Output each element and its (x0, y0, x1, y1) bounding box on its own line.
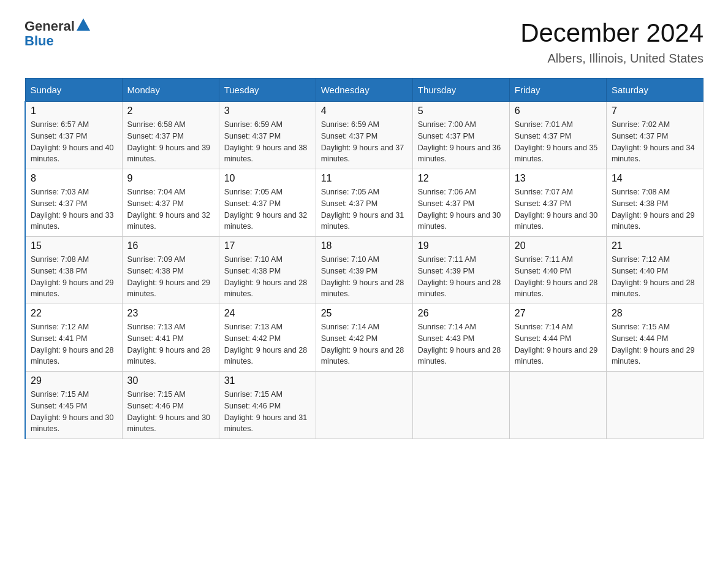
calendar-cell: 25 Sunrise: 7:14 AM Sunset: 4:42 PM Dayl… (316, 304, 412, 372)
day-number: 17 (224, 240, 311, 251)
day-info: Sunrise: 7:08 AM Sunset: 4:38 PM Dayligh… (612, 186, 698, 232)
day-number: 14 (612, 173, 698, 184)
day-number: 24 (224, 308, 311, 319)
day-number: 31 (224, 375, 311, 386)
calendar-cell (606, 372, 703, 439)
day-number: 25 (321, 308, 408, 319)
day-info: Sunrise: 7:15 AM Sunset: 4:46 PM Dayligh… (127, 389, 214, 435)
day-number: 10 (224, 173, 311, 184)
day-info: Sunrise: 7:15 AM Sunset: 4:45 PM Dayligh… (31, 389, 117, 435)
logo-text-blue: Blue (25, 33, 54, 49)
calendar-cell: 27 Sunrise: 7:14 AM Sunset: 4:44 PM Dayl… (509, 304, 606, 372)
day-info: Sunrise: 6:58 AM Sunset: 4:37 PM Dayligh… (127, 119, 214, 165)
calendar-cell: 16 Sunrise: 7:09 AM Sunset: 4:38 PM Dayl… (122, 237, 219, 304)
day-number: 16 (127, 240, 214, 251)
day-info: Sunrise: 7:10 AM Sunset: 4:39 PM Dayligh… (321, 254, 408, 300)
logo-triangle-icon (77, 18, 90, 33)
day-number: 4 (321, 105, 408, 117)
day-info: Sunrise: 7:11 AM Sunset: 4:39 PM Dayligh… (418, 254, 504, 300)
day-number: 7 (612, 105, 698, 117)
day-info: Sunrise: 7:03 AM Sunset: 4:37 PM Dayligh… (31, 186, 117, 232)
day-info: Sunrise: 7:05 AM Sunset: 4:37 PM Dayligh… (321, 186, 408, 232)
calendar-cell: 21 Sunrise: 7:12 AM Sunset: 4:40 PM Dayl… (606, 237, 703, 304)
title-section: December 2024 Albers, Illinois, United S… (520, 18, 703, 66)
calendar-cell: 22 Sunrise: 7:12 AM Sunset: 4:41 PM Dayl… (25, 304, 122, 372)
calendar-cell: 3 Sunrise: 6:59 AM Sunset: 4:37 PM Dayli… (219, 102, 316, 169)
day-number: 12 (418, 173, 504, 184)
day-info: Sunrise: 7:11 AM Sunset: 4:40 PM Dayligh… (515, 254, 601, 300)
calendar-cell: 11 Sunrise: 7:05 AM Sunset: 4:37 PM Dayl… (316, 169, 412, 237)
day-info: Sunrise: 6:59 AM Sunset: 4:37 PM Dayligh… (321, 119, 408, 165)
day-number: 20 (515, 240, 601, 251)
day-number: 15 (31, 240, 117, 251)
day-info: Sunrise: 7:10 AM Sunset: 4:38 PM Dayligh… (224, 254, 311, 300)
calendar-week-row: 29 Sunrise: 7:15 AM Sunset: 4:45 PM Dayl… (25, 372, 703, 439)
day-number: 29 (31, 375, 117, 386)
day-info: Sunrise: 7:00 AM Sunset: 4:37 PM Dayligh… (418, 119, 504, 165)
calendar-cell (509, 372, 606, 439)
calendar-table: SundayMondayTuesdayWednesdayThursdayFrid… (25, 78, 703, 439)
col-header-friday: Friday (509, 79, 606, 102)
day-number: 6 (515, 105, 601, 117)
calendar-cell: 15 Sunrise: 7:08 AM Sunset: 4:38 PM Dayl… (25, 237, 122, 304)
day-number: 13 (515, 173, 601, 184)
col-header-sunday: Sunday (25, 79, 122, 102)
calendar-cell: 12 Sunrise: 7:06 AM Sunset: 4:37 PM Dayl… (412, 169, 509, 237)
col-header-thursday: Thursday (412, 79, 509, 102)
day-info: Sunrise: 7:04 AM Sunset: 4:37 PM Dayligh… (127, 186, 214, 232)
day-number: 27 (515, 308, 601, 319)
calendar-title: December 2024 (520, 18, 703, 48)
day-number: 3 (224, 105, 311, 117)
day-number: 19 (418, 240, 504, 251)
calendar-cell: 29 Sunrise: 7:15 AM Sunset: 4:45 PM Dayl… (25, 372, 122, 439)
calendar-cell: 17 Sunrise: 7:10 AM Sunset: 4:38 PM Dayl… (219, 237, 316, 304)
day-number: 9 (127, 173, 214, 184)
calendar-cell: 30 Sunrise: 7:15 AM Sunset: 4:46 PM Dayl… (122, 372, 219, 439)
day-number: 28 (612, 308, 698, 319)
day-number: 8 (31, 173, 117, 184)
calendar-cell: 14 Sunrise: 7:08 AM Sunset: 4:38 PM Dayl… (606, 169, 703, 237)
calendar-cell: 8 Sunrise: 7:03 AM Sunset: 4:37 PM Dayli… (25, 169, 122, 237)
calendar-cell (316, 372, 412, 439)
calendar-cell: 6 Sunrise: 7:01 AM Sunset: 4:37 PM Dayli… (509, 102, 606, 169)
calendar-week-row: 22 Sunrise: 7:12 AM Sunset: 4:41 PM Dayl… (25, 304, 703, 372)
day-number: 18 (321, 240, 408, 251)
day-info: Sunrise: 7:02 AM Sunset: 4:37 PM Dayligh… (612, 119, 698, 165)
day-info: Sunrise: 7:07 AM Sunset: 4:37 PM Dayligh… (515, 186, 601, 232)
day-info: Sunrise: 7:14 AM Sunset: 4:43 PM Dayligh… (418, 321, 504, 367)
day-info: Sunrise: 7:15 AM Sunset: 4:46 PM Dayligh… (224, 389, 311, 435)
day-number: 2 (127, 105, 214, 117)
day-number: 22 (31, 308, 117, 319)
calendar-cell (412, 372, 509, 439)
col-header-saturday: Saturday (606, 79, 703, 102)
calendar-cell: 1 Sunrise: 6:57 AM Sunset: 4:37 PM Dayli… (25, 102, 122, 169)
day-info: Sunrise: 7:05 AM Sunset: 4:37 PM Dayligh… (224, 186, 311, 232)
calendar-cell: 31 Sunrise: 7:15 AM Sunset: 4:46 PM Dayl… (219, 372, 316, 439)
calendar-week-row: 8 Sunrise: 7:03 AM Sunset: 4:37 PM Dayli… (25, 169, 703, 237)
logo: General Blue (25, 18, 90, 49)
day-info: Sunrise: 7:06 AM Sunset: 4:37 PM Dayligh… (418, 186, 504, 232)
day-number: 5 (418, 105, 504, 117)
day-info: Sunrise: 6:57 AM Sunset: 4:37 PM Dayligh… (31, 119, 117, 165)
day-info: Sunrise: 7:14 AM Sunset: 4:42 PM Dayligh… (321, 321, 408, 367)
calendar-cell: 23 Sunrise: 7:13 AM Sunset: 4:41 PM Dayl… (122, 304, 219, 372)
day-info: Sunrise: 7:09 AM Sunset: 4:38 PM Dayligh… (127, 254, 214, 300)
day-info: Sunrise: 7:12 AM Sunset: 4:41 PM Dayligh… (31, 321, 117, 367)
svg-marker-0 (77, 18, 90, 31)
calendar-cell: 4 Sunrise: 6:59 AM Sunset: 4:37 PM Dayli… (316, 102, 412, 169)
calendar-cell: 26 Sunrise: 7:14 AM Sunset: 4:43 PM Dayl… (412, 304, 509, 372)
calendar-cell: 24 Sunrise: 7:13 AM Sunset: 4:42 PM Dayl… (219, 304, 316, 372)
col-header-wednesday: Wednesday (316, 79, 412, 102)
calendar-week-row: 1 Sunrise: 6:57 AM Sunset: 4:37 PM Dayli… (25, 102, 703, 169)
calendar-cell: 28 Sunrise: 7:15 AM Sunset: 4:44 PM Dayl… (606, 304, 703, 372)
calendar-cell: 2 Sunrise: 6:58 AM Sunset: 4:37 PM Dayli… (122, 102, 219, 169)
calendar-cell: 5 Sunrise: 7:00 AM Sunset: 4:37 PM Dayli… (412, 102, 509, 169)
calendar-subtitle: Albers, Illinois, United States (520, 52, 703, 66)
day-number: 23 (127, 308, 214, 319)
calendar-header-row: SundayMondayTuesdayWednesdayThursdayFrid… (25, 79, 703, 102)
day-info: Sunrise: 7:14 AM Sunset: 4:44 PM Dayligh… (515, 321, 601, 367)
day-info: Sunrise: 7:12 AM Sunset: 4:40 PM Dayligh… (612, 254, 698, 300)
calendar-cell: 13 Sunrise: 7:07 AM Sunset: 4:37 PM Dayl… (509, 169, 606, 237)
page-header: General Blue December 2024 Albers, Illin… (25, 18, 703, 66)
logo-text-general: General (25, 18, 75, 34)
